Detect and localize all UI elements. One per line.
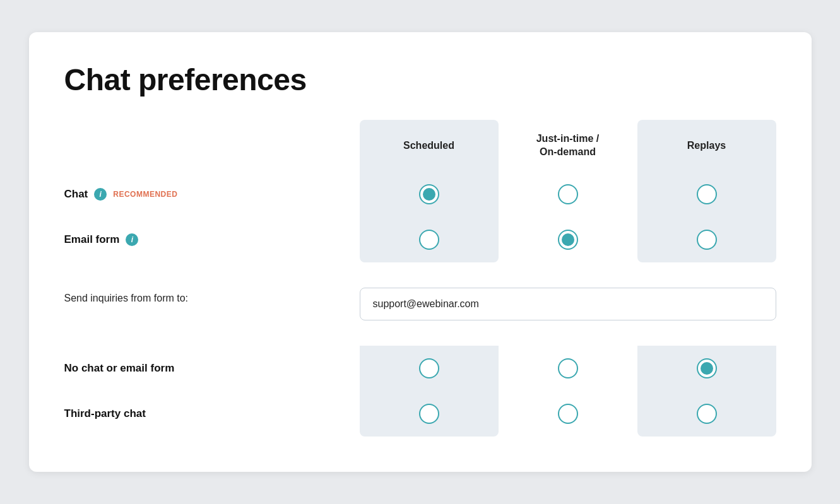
email-form-row-label: Email form i — [64, 217, 360, 262]
chat-scheduled-cell — [360, 172, 499, 217]
chat-label-text: Chat — [64, 188, 88, 201]
email-form-label-text: Email form — [64, 233, 120, 246]
email-scheduled-cell — [360, 217, 499, 262]
col-header-scheduled: Scheduled — [360, 120, 499, 172]
third-party-replays-cell — [637, 391, 776, 437]
no-chat-label-text: No chat or email form — [64, 362, 175, 375]
section-gap-2 — [64, 325, 776, 346]
email-jit-radio[interactable] — [558, 230, 578, 250]
chat-info-icon[interactable]: i — [94, 188, 107, 201]
page-title: Chat preferences — [64, 62, 776, 97]
no-chat-replays-radio-inner — [701, 362, 713, 375]
third-party-scheduled-radio[interactable] — [419, 404, 439, 424]
chat-scheduled-radio-inner — [423, 188, 435, 201]
email-input[interactable] — [360, 288, 776, 320]
third-party-jit-cell — [499, 391, 637, 437]
prefs-grid: Scheduled Just-in-time /On-demand Replay… — [64, 120, 776, 437]
third-party-scheduled-cell — [360, 391, 499, 437]
third-party-row-label: Third-party chat — [64, 391, 360, 437]
col-header-replays: Replays — [637, 120, 776, 172]
recommended-badge: RECOMMENDED — [113, 190, 177, 199]
chat-jit-cell — [499, 172, 637, 217]
email-replays-cell — [637, 217, 776, 262]
email-scheduled-radio[interactable] — [419, 230, 439, 250]
section-gap-1 — [64, 262, 776, 283]
no-chat-replays-radio[interactable] — [697, 358, 717, 378]
third-party-replays-radio[interactable] — [697, 404, 717, 424]
email-input-wrapper — [360, 283, 776, 325]
chat-scheduled-radio[interactable] — [419, 184, 439, 204]
email-input-label: Send inquiries from form to: — [64, 283, 360, 325]
col-header-jit: Just-in-time /On-demand — [499, 120, 637, 172]
chat-replays-radio[interactable] — [697, 184, 717, 204]
no-chat-row-label: No chat or email form — [64, 346, 360, 391]
no-chat-jit-radio[interactable] — [558, 358, 578, 378]
email-replays-radio[interactable] — [697, 230, 717, 250]
email-form-info-icon[interactable]: i — [126, 233, 138, 246]
third-party-jit-radio[interactable] — [558, 404, 578, 424]
chat-replays-cell — [637, 172, 776, 217]
third-party-label-text: Third-party chat — [64, 407, 146, 420]
no-chat-scheduled-cell — [360, 346, 499, 391]
no-chat-scheduled-radio[interactable] — [419, 358, 439, 378]
chat-row-label: Chat i RECOMMENDED — [64, 172, 360, 217]
chat-jit-radio[interactable] — [558, 184, 578, 204]
email-jit-cell — [499, 217, 637, 262]
no-chat-replays-cell — [637, 346, 776, 391]
col-header-empty — [64, 120, 360, 172]
card: Chat preferences Scheduled Just-in-time … — [29, 32, 812, 472]
no-chat-jit-cell — [499, 346, 637, 391]
email-jit-radio-inner — [562, 233, 574, 246]
